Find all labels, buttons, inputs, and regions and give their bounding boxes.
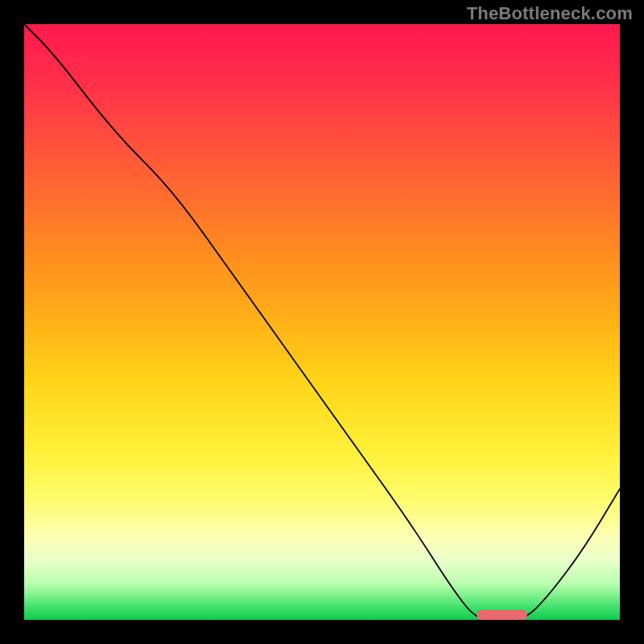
bottleneck-curve — [24, 24, 620, 620]
curve-path — [24, 24, 620, 620]
watermark-text: TheBottleneck.com — [467, 5, 633, 23]
optimal-marker — [477, 609, 527, 620]
chart-stage: TheBottleneck.com — [0, 0, 644, 644]
plot-area — [24, 24, 620, 620]
